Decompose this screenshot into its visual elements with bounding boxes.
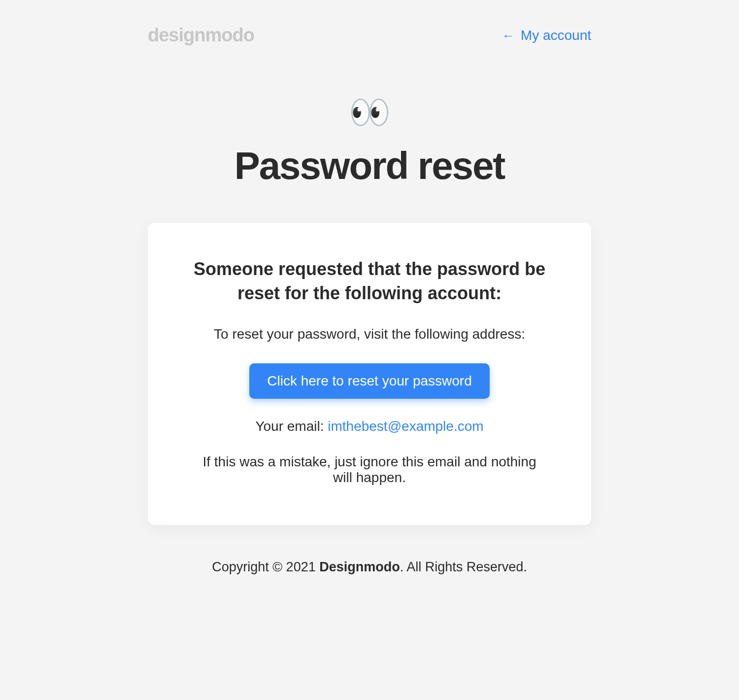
account-link-label: My account (517, 28, 591, 43)
eyes-icon: 👀 (94, 95, 645, 129)
mistake-text: If this was a mistake, just ignore this … (192, 454, 547, 486)
footer-brand: Designmodo (319, 560, 400, 574)
arrow-left-icon: ← (502, 28, 515, 43)
footer-prefix: Copyright © 2021 (212, 560, 319, 574)
reset-password-button[interactable]: Click here to reset your password (249, 363, 490, 399)
footer-suffix: . All Rights Reserved. (400, 560, 527, 574)
content-card: Someone requested that the password be r… (148, 223, 591, 525)
email-line: Your email: imthebest@example.com (192, 419, 547, 434)
footer: Copyright © 2021 Designmodo. All Rights … (94, 560, 645, 575)
email-label: Your email: (255, 419, 328, 434)
hero-section: 👀 Password reset (94, 95, 645, 188)
instruction-text: To reset your password, visit the follow… (192, 325, 547, 344)
my-account-link[interactable]: ← My account (502, 28, 591, 43)
page-title: Password reset (94, 143, 645, 188)
logo: designmodo (148, 25, 254, 46)
email-link[interactable]: imthebest@example.com (328, 419, 483, 434)
header: designmodo ← My account (94, 25, 645, 46)
card-heading: Someone requested that the password be r… (192, 257, 547, 305)
